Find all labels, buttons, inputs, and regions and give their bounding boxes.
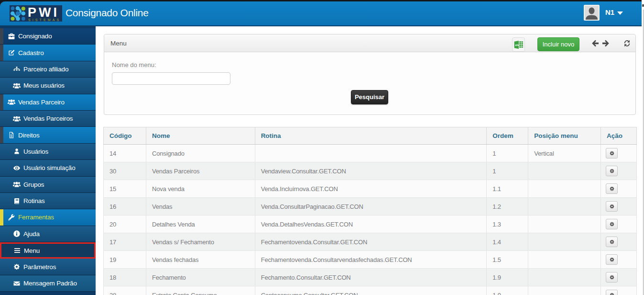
svg-text:SISTEMAS: SISTEMAS	[28, 18, 61, 22]
svg-text:xls: xls	[515, 44, 519, 46]
